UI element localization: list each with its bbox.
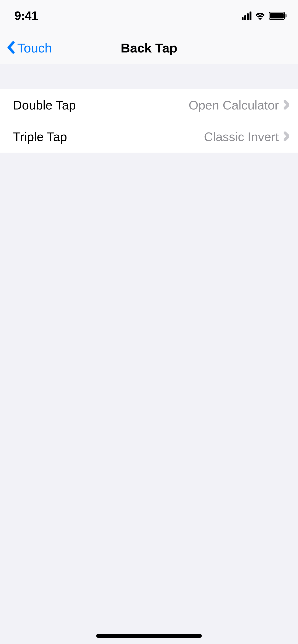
wifi-icon	[254, 11, 266, 20]
status-time: 9:41	[14, 9, 38, 23]
settings-list: Double Tap Open Calculator Triple Tap Cl…	[0, 89, 298, 153]
row-label: Triple Tap	[13, 130, 204, 144]
row-value: Open Calculator	[189, 98, 279, 112]
row-value: Classic Invert	[204, 130, 279, 144]
status-bar: 9:41	[0, 0, 298, 32]
status-icons	[242, 11, 286, 20]
page-title: Back Tap	[121, 40, 177, 55]
row-label: Double Tap	[13, 98, 189, 112]
chevron-right-icon	[284, 132, 289, 142]
cellular-icon	[242, 12, 251, 20]
row-double-tap[interactable]: Double Tap Open Calculator	[0, 89, 298, 121]
navigation-bar: Touch Back Tap	[0, 32, 298, 64]
chevron-left-icon	[7, 41, 15, 54]
back-button-label: Touch	[17, 40, 52, 55]
home-indicator[interactable]	[96, 634, 202, 638]
back-button[interactable]: Touch	[0, 40, 52, 55]
row-triple-tap[interactable]: Triple Tap Classic Invert	[0, 121, 298, 152]
battery-icon	[269, 12, 286, 20]
chevron-right-icon	[284, 100, 289, 110]
